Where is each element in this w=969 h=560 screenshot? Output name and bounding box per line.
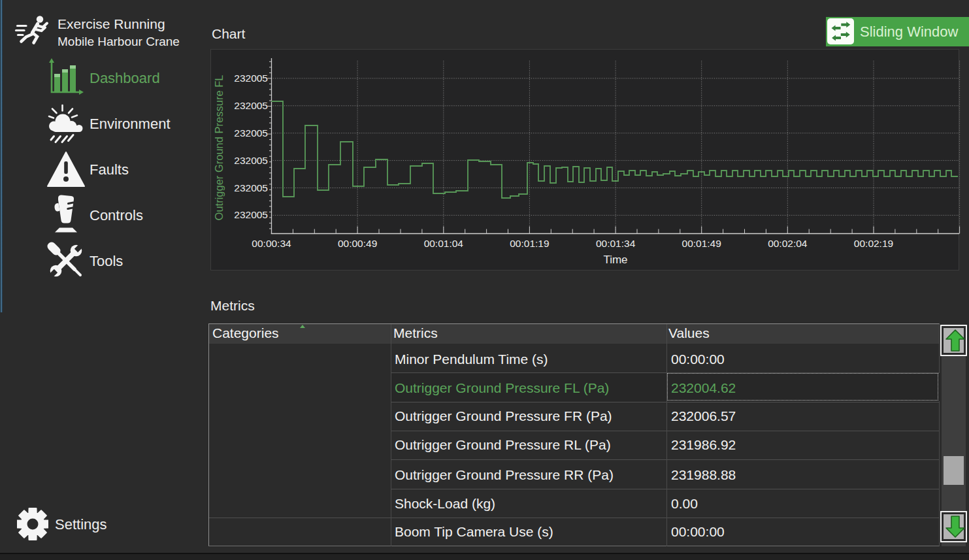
- svg-text:00:01:19: 00:01:19: [510, 238, 549, 249]
- svg-text:Outrigger Ground Pressure FL: Outrigger Ground Pressure FL: [213, 75, 225, 221]
- svg-text:00:01:49: 00:01:49: [682, 238, 721, 249]
- svg-text:00:02:04: 00:02:04: [768, 238, 808, 249]
- svg-text:Time: Time: [603, 254, 627, 266]
- svg-text:232005: 232005: [234, 100, 268, 111]
- svg-text:00:02:19: 00:02:19: [854, 238, 893, 249]
- svg-text:232005: 232005: [234, 209, 268, 220]
- svg-text:232005: 232005: [234, 73, 268, 84]
- svg-text:00:00:34: 00:00:34: [252, 238, 291, 249]
- svg-text:232005: 232005: [234, 182, 268, 193]
- svg-text:00:00:49: 00:00:49: [338, 238, 377, 249]
- svg-text:00:01:34: 00:01:34: [596, 238, 636, 249]
- svg-text:232005: 232005: [234, 155, 268, 166]
- svg-text:232005: 232005: [234, 127, 268, 139]
- svg-text:00:01:04: 00:01:04: [424, 238, 464, 249]
